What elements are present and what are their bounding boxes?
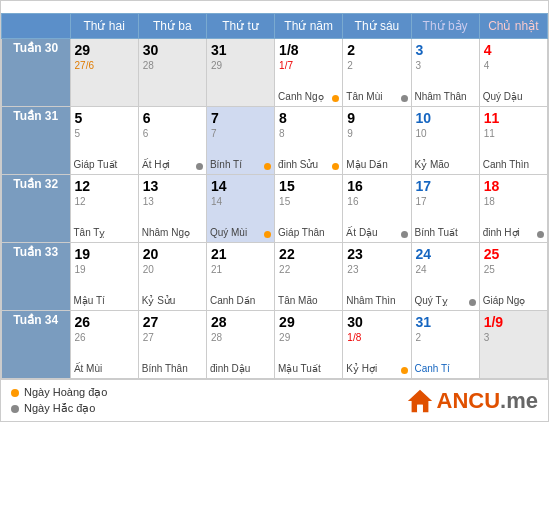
day-dot: [469, 299, 476, 306]
day-number: 7: [211, 110, 270, 127]
day-cell[interactable]: 1/93: [479, 311, 547, 379]
day-cell[interactable]: 3028: [138, 39, 206, 107]
day-cell[interactable]: 2626Ất Mùi: [70, 311, 138, 379]
can-chi: Tân Mùi: [346, 91, 398, 102]
lunar-date: 17: [416, 196, 475, 207]
day-cell[interactable]: 2927/6: [70, 39, 138, 107]
weekday-header-tue: Thứ ba: [138, 14, 206, 39]
lunar-date: 5: [75, 128, 134, 139]
day-cell[interactable]: 1515Giáp Thân: [275, 175, 343, 243]
can-chi: đinh Sửu: [278, 159, 330, 170]
day-cell[interactable]: 1212Tân Tỵ: [70, 175, 138, 243]
day-dot: [401, 367, 408, 374]
week-label-1: Tuần 31: [2, 107, 71, 175]
can-chi: Bính Tí: [210, 159, 262, 170]
lunar-date: 27: [143, 332, 202, 343]
can-chi: Ất Mùi: [74, 363, 126, 374]
day-number: 1/8: [279, 42, 338, 59]
day-number: 14: [211, 178, 270, 195]
can-chi: Mậu Tuất: [278, 363, 330, 374]
day-cell[interactable]: 1010Kỷ Mão: [411, 107, 479, 175]
lunar-date: 9: [347, 128, 406, 139]
brand-text: ANCU.me: [437, 388, 538, 414]
day-number: 21: [211, 246, 270, 263]
week-label-2: Tuần 32: [2, 175, 71, 243]
day-cell[interactable]: 2525Giáp Ngọ: [479, 243, 547, 311]
day-number: 26: [75, 314, 134, 331]
lunar-date: 2: [347, 60, 406, 71]
lunar-date: 21: [211, 264, 270, 275]
day-cell[interactable]: 2020Kỷ Sửu: [138, 243, 206, 311]
calendar-table: Thứ hai Thứ ba Thứ tư Thứ năm Thứ sáu Th…: [1, 13, 548, 379]
house-icon: [406, 387, 434, 415]
day-cell[interactable]: 1414Quý Mùi: [206, 175, 274, 243]
lunar-date: 19: [75, 264, 134, 275]
can-chi: Nhâm Thân: [415, 91, 467, 102]
day-cell[interactable]: 33Nhâm Thân: [411, 39, 479, 107]
day-cell[interactable]: 1/81/7Canh Ngọ: [275, 39, 343, 107]
day-cell[interactable]: 1313Nhâm Ngọ: [138, 175, 206, 243]
can-chi: đinh Hợi: [483, 227, 535, 238]
lunar-date: 22: [279, 264, 338, 275]
day-cell[interactable]: 312Canh Tí: [411, 311, 479, 379]
calendar-footer: Ngày Hoàng đạo Ngày Hắc đạo ANCU.me: [1, 379, 548, 421]
day-cell[interactable]: 1616Ất Dậu: [343, 175, 411, 243]
day-cell[interactable]: 44Quý Dậu: [479, 39, 547, 107]
day-cell[interactable]: 55Giáp Tuất: [70, 107, 138, 175]
can-chi: Tân Tỵ: [74, 227, 126, 238]
day-number: 22: [279, 246, 338, 263]
day-cell[interactable]: 1818đinh Hợi: [479, 175, 547, 243]
hac-dao-label: Ngày Hắc đạo: [24, 402, 95, 415]
lunar-date: 7: [211, 128, 270, 139]
can-chi: Tân Mão: [278, 295, 330, 306]
legend-hac-dao: Ngày Hắc đạo: [11, 402, 107, 415]
lunar-date: 28: [211, 332, 270, 343]
day-number: 2: [347, 42, 406, 59]
day-cell[interactable]: 88đinh Sửu: [275, 107, 343, 175]
day-number: 15: [279, 178, 338, 195]
day-cell[interactable]: 2222Tân Mão: [275, 243, 343, 311]
day-number: 13: [143, 178, 202, 195]
day-dot: [332, 95, 339, 102]
day-cell[interactable]: 1919Mậu Tí: [70, 243, 138, 311]
day-cell[interactable]: 2121Canh Dần: [206, 243, 274, 311]
day-number: 29: [279, 314, 338, 331]
day-cell[interactable]: 301/8Kỷ Hợi: [343, 311, 411, 379]
hoang-dao-label: Ngày Hoàng đạo: [24, 386, 107, 399]
day-cell[interactable]: 1111Canh Thìn: [479, 107, 547, 175]
lunar-date: 15: [279, 196, 338, 207]
can-chi: Nhâm Ngọ: [142, 227, 194, 238]
day-cell[interactable]: 77Bính Tí: [206, 107, 274, 175]
can-chi: đinh Dậu: [210, 363, 262, 374]
lunar-date: 29: [279, 332, 338, 343]
day-cell[interactable]: 66Ất Hợi: [138, 107, 206, 175]
day-cell[interactable]: 2727Bính Thân: [138, 311, 206, 379]
hac-dao-dot: [11, 405, 19, 413]
weekday-header-sun: Chủ nhật: [479, 14, 547, 39]
lunar-date: 26: [75, 332, 134, 343]
day-cell[interactable]: 2929Mậu Tuất: [275, 311, 343, 379]
day-cell[interactable]: 22Tân Mùi: [343, 39, 411, 107]
lunar-date: 20: [143, 264, 202, 275]
day-cell[interactable]: 2828đinh Dậu: [206, 311, 274, 379]
day-cell[interactable]: 3129: [206, 39, 274, 107]
day-cell[interactable]: 2323Nhâm Thìn: [343, 243, 411, 311]
can-chi: Canh Thìn: [483, 159, 535, 170]
week-label-4: Tuần 34: [2, 311, 71, 379]
lunar-date: 23: [347, 264, 406, 275]
day-dot: [264, 163, 271, 170]
day-number: 23: [347, 246, 406, 263]
can-chi: Ất Hợi: [142, 159, 194, 170]
day-cell[interactable]: 99Mậu Dần: [343, 107, 411, 175]
day-cell[interactable]: 2424Quý Tỵ: [411, 243, 479, 311]
can-chi: Giáp Ngọ: [483, 295, 535, 306]
day-dot: [332, 163, 339, 170]
lunar-date: 12: [75, 196, 134, 207]
lunar-date: 13: [143, 196, 202, 207]
can-chi: Bính Tuất: [415, 227, 467, 238]
can-chi: Canh Dần: [210, 295, 262, 306]
can-chi: Canh Ngọ: [278, 91, 330, 102]
day-dot: [264, 231, 271, 238]
brand-logo[interactable]: ANCU.me: [406, 387, 538, 415]
day-cell[interactable]: 1717Bính Tuất: [411, 175, 479, 243]
